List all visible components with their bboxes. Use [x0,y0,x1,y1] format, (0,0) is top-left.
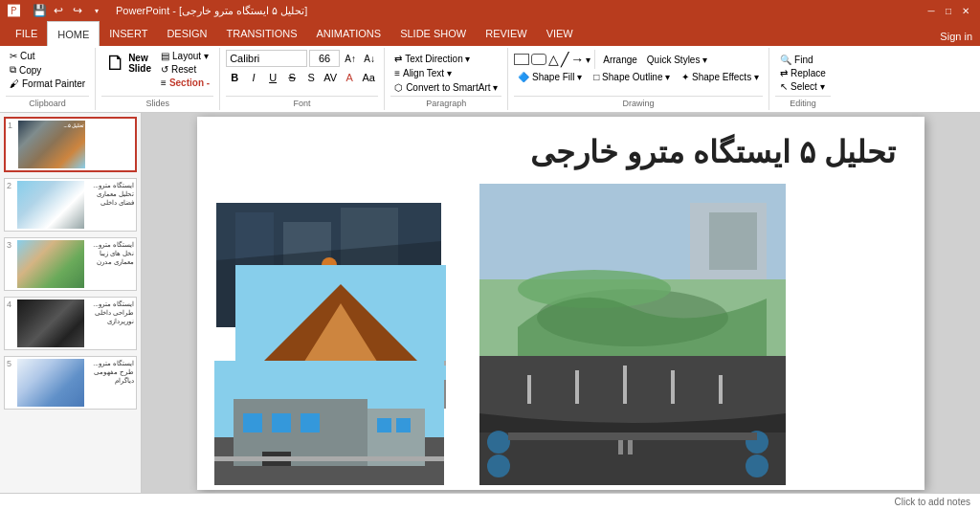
photo-building[interactable] [214,361,444,485]
shadow-btn[interactable]: S [302,69,320,86]
font-group: A↑ A↓ B I U S S AV A Aa Font [220,48,385,110]
cut-label: Cut [20,51,35,61]
font-size-input[interactable] [309,50,340,67]
ribbon-tabs: FILE HOME INSERT DESIGN TRANSITIONS ANIM… [0,21,980,46]
photo-plaza[interactable] [479,184,786,366]
tab-home[interactable]: HOME [47,21,100,46]
svg-rect-41 [508,432,757,440]
shape-more[interactable]: ▾ [586,55,590,65]
title-bar: 🅿 💾 ↩ ↪ ▾ PowerPoint - [تحلیل ۵ ایستگاه … [0,0,980,21]
shape-outline-btn[interactable]: □ Shape Outline ▾ [590,71,674,83]
strikethrough-btn[interactable]: S [283,69,301,86]
italic-btn[interactable]: I [245,69,262,86]
textcase-btn[interactable]: Aa [360,69,377,86]
save-btn[interactable]: 💾 [32,3,47,18]
shape-roundrect[interactable] [531,54,546,65]
underline-btn[interactable]: U [264,69,281,86]
section-icon: ≡ [161,78,167,88]
maximize-btn[interactable]: □ [942,4,955,17]
section-label: Section - [169,78,210,88]
undo-btn[interactable]: ↩ [51,3,66,18]
copy-button[interactable]: ⧉ Copy [6,63,89,77]
svg-rect-42 [618,440,623,455]
format-painter-button[interactable]: 🖌 Format Painter [6,78,89,90]
new-slide-button[interactable]: 🗋 NewSlide [101,50,155,77]
clipboard-content: ✂ Cut ⧉ Copy 🖌 Format Painter [6,50,89,96]
fontcolor-btn[interactable]: A [341,69,358,86]
slide-thumb-3[interactable]: 3 ایستگاه مترو...نخل های زیبامعماری مدرن [4,237,137,291]
svg-rect-18 [301,413,320,432]
slide-thumb-text-2: ایستگاه مترو...تحلیل معماریفضای داخلی [88,181,134,207]
font-name-input[interactable] [226,50,307,67]
reset-button[interactable]: ↺ Reset [157,63,213,76]
text-direction-icon: ⇄ [394,54,402,64]
text-direction-btn[interactable]: ⇄ Text Direction ▾ [390,53,474,65]
svg-rect-37 [575,370,579,404]
slide-thumb-img-2 [17,181,84,229]
find-btn[interactable]: 🔍 Find [776,54,816,66]
text-direction-label: Text Direction ▾ [405,54,470,64]
shape-fill-btn[interactable]: 🔷 Shape Fill ▾ [514,71,586,83]
bold-btn[interactable]: B [226,69,243,86]
shape-arrow[interactable]: → [570,52,584,67]
slide-thumb-5[interactable]: 5 ایستگاه مترو...طرح مفهومیدیاگرام [4,356,137,410]
font-size-increase-btn[interactable]: A↑ [342,50,359,67]
slide-thumb-4[interactable]: 4 ایستگاه مترو...طراحی داخلینورپردازی [4,297,137,350]
find-icon: 🔍 [780,55,791,65]
close-btn[interactable]: ✕ [959,4,972,17]
shape-line[interactable]: ╱ [561,52,568,67]
editing-content: 🔍 Find ⇄ Replace ↖ Select ▾ [776,50,830,96]
align-text-btn[interactable]: ≡ Align Text ▾ [390,67,456,79]
shape-effects-btn[interactable]: ✦ Shape Effects ▾ [678,71,763,83]
minimize-btn[interactable]: ─ [924,4,938,17]
layout-label: Layout ▾ [172,51,209,61]
photo-interior[interactable] [479,356,786,485]
tab-design[interactable]: DESIGN [157,21,216,46]
svg-rect-28 [709,212,757,270]
reset-icon: ↺ [161,64,168,75]
replace-icon: ⇄ [780,68,788,78]
slide-thumb-2[interactable]: 2 ایستگاه مترو...تحلیل معماریفضای داخلی [4,178,137,232]
tab-file[interactable]: FILE [6,21,47,46]
svg-point-32 [487,431,510,454]
arrange-btn[interactable]: Arrange [599,54,641,66]
format-painter-icon: 🖌 [10,78,19,89]
redo-btn[interactable]: ↪ [70,3,85,18]
select-btn[interactable]: ↖ Select ▾ [776,80,829,93]
convert-smartart-icon: ⬡ [394,82,403,93]
font-content: A↑ A↓ B I U S S AV A Aa [226,50,378,96]
tab-review[interactable]: REVIEW [476,21,536,46]
status-bar: Click to add notes [0,493,980,510]
svg-rect-40 [719,375,723,404]
tab-insert[interactable]: INSERT [100,21,157,46]
replace-btn[interactable]: ⇄ Replace [776,67,830,79]
dropdown-btn[interactable]: ▾ [89,3,104,18]
svg-rect-16 [243,413,262,432]
shape-triangle[interactable]: △ [548,52,559,67]
reset-label: Reset [171,64,196,75]
cut-icon: ✂ [10,51,17,61]
slide-thumb-img-4 [17,299,84,347]
slide-thumb-1[interactable]: 1 تحلیل ۵... [4,117,137,172]
cut-button[interactable]: ✂ Cut [6,50,89,62]
slide-canvas[interactable]: تحلیل ۵ ایستگاه مترو خارجی [197,117,924,490]
layout-button[interactable]: ▤ Layout ▾ [157,50,213,62]
tab-animations[interactable]: ANIMATIONS [307,21,391,46]
tab-transitions[interactable]: TRANSITIONS [217,21,307,46]
quick-styles-btn[interactable]: Quick Styles ▾ [643,54,711,66]
shape-rect[interactable] [514,54,529,65]
signin-link[interactable]: Sign in [932,27,980,46]
font-size-decrease-btn[interactable]: A↓ [361,50,378,67]
tab-slideshow[interactable]: SLIDE SHOW [390,21,476,46]
status-text: Click to add notes [895,497,971,507]
charspacing-btn[interactable]: AV [322,69,339,86]
slide-number-3: 3 [7,240,11,250]
slide-thumb-img-3 [17,240,84,288]
para-content: ⇄ Text Direction ▾ ≡ Align Text ▾ ⬡ Conv… [390,50,501,96]
convert-smartart-btn[interactable]: ⬡ Convert to SmartArt ▾ [390,81,501,94]
tab-view[interactable]: VIEW [537,21,583,46]
slide-title: تحلیل ۵ ایستگاه مترو خارجی [530,134,896,170]
section-button[interactable]: ≡ Section - [157,77,213,89]
editing-label: Editing [775,96,831,108]
slide-panel[interactable]: 1 تحلیل ۵... 2 ایستگاه مترو...تحلیل معما… [0,113,142,493]
